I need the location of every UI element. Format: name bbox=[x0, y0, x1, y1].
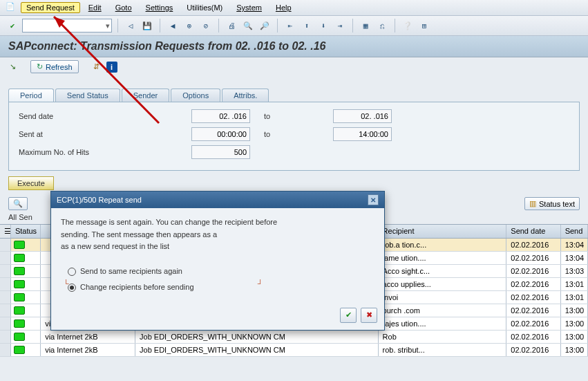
menu-utilities[interactable]: Utilities(M) bbox=[181, 2, 228, 13]
command-field[interactable]: ▾ bbox=[22, 19, 112, 32]
row-handle[interactable] bbox=[0, 291, 11, 304]
status-cell bbox=[11, 252, 41, 264]
col-recipient[interactable]: Recipient bbox=[379, 225, 507, 238]
tab-attribs[interactable]: Attribs. bbox=[222, 89, 269, 102]
exit-icon[interactable]: ⊗ bbox=[182, 19, 196, 32]
repeat-send-dialog: ECP(1)/500 Repeat send ✕ The message is … bbox=[50, 191, 385, 331]
prev-page-icon[interactable]: ⬆ bbox=[300, 19, 314, 32]
table-row[interactable]: via Internet 2kBJob EDI_ORDERS_WITH_UNKN… bbox=[0, 331, 588, 344]
new-session-icon[interactable]: ▦ bbox=[359, 19, 372, 32]
dialog-close-button[interactable]: ✕ bbox=[368, 194, 379, 205]
tab-options[interactable]: Options bbox=[171, 89, 220, 102]
sent-at-from[interactable]: 00:00:00 bbox=[191, 127, 250, 141]
radio-change-recipients[interactable]: Change recipients before sending bbox=[68, 281, 374, 294]
date-cell: 02.02.2016 bbox=[506, 239, 560, 251]
tab-send-status[interactable]: Send Status bbox=[55, 89, 120, 102]
date-cell: 02.02.2016 bbox=[506, 331, 560, 343]
title-cell: Job EDI_ORDERS_WITH_UNKNOWN CM bbox=[135, 344, 379, 356]
recipient-cell: invoi bbox=[379, 291, 507, 304]
status-green-icon bbox=[14, 280, 25, 288]
row-handle[interactable] bbox=[0, 344, 11, 356]
dialog-message-line1: The message is sent again. You can chang… bbox=[61, 216, 374, 229]
arrow-icon[interactable]: ↘ bbox=[7, 62, 18, 73]
dialog-title: ECP(1)/500 Repeat send bbox=[57, 196, 142, 204]
dialog-message-line2: sending. The sent message then appears a… bbox=[61, 229, 374, 241]
menu-settings[interactable]: Settings bbox=[140, 2, 179, 13]
refresh-icon: ↻ bbox=[37, 62, 43, 71]
status-green-icon bbox=[14, 333, 25, 341]
row-handle[interactable] bbox=[0, 331, 11, 343]
status-green-icon bbox=[14, 346, 25, 354]
page-title: SAPconnect: Transmission Requests from 0… bbox=[0, 36, 588, 57]
hierarchy-icon[interactable]: ⇵ bbox=[91, 62, 102, 73]
bar-chart-icon: ▥ bbox=[529, 199, 536, 208]
recipient-cell: rob. stribut... bbox=[379, 344, 507, 356]
cancel-icon[interactable]: ⊘ bbox=[199, 19, 213, 32]
enter-icon[interactable]: ✔ bbox=[6, 19, 19, 32]
date-cell: 02.02.2016 bbox=[506, 265, 560, 277]
last-page-icon[interactable]: ⇥ bbox=[333, 19, 347, 32]
row-handle[interactable] bbox=[0, 278, 11, 290]
detail-icon[interactable]: 🔍 bbox=[8, 197, 28, 210]
time-cell: 13:01 bbox=[561, 291, 588, 304]
table-row[interactable]: via Internet 2kBJob EDI_ORDERS_WITH_UNKN… bbox=[0, 344, 588, 357]
status-green-icon bbox=[14, 319, 25, 328]
execute-button[interactable]: Execute bbox=[8, 176, 54, 190]
title-cell: Job EDI_ORDERS_WITH_UNKNOWN CM bbox=[135, 331, 379, 343]
row-handle[interactable] bbox=[0, 265, 11, 277]
tab-sender[interactable]: Sender bbox=[122, 89, 169, 102]
layout-icon[interactable]: ⊞ bbox=[417, 19, 431, 32]
status-text-button[interactable]: ▥ Status text bbox=[524, 197, 580, 210]
row-handle[interactable] bbox=[0, 317, 11, 330]
information-icon[interactable]: i bbox=[106, 62, 117, 73]
status-cell bbox=[11, 331, 41, 343]
status-green-icon bbox=[14, 241, 25, 249]
dialog-confirm-button[interactable]: ✔ bbox=[340, 308, 357, 323]
select-all-handle[interactable]: ☰ bbox=[0, 225, 11, 238]
help-icon[interactable]: ❔ bbox=[401, 19, 415, 32]
menu-goto[interactable]: Goto bbox=[110, 2, 137, 13]
send-date-from[interactable]: 02. .016 bbox=[191, 109, 250, 123]
tab-period[interactable]: Period bbox=[8, 89, 54, 102]
recipient-cell: rob.a tion.c... bbox=[379, 239, 507, 251]
row-handle[interactable] bbox=[0, 252, 11, 264]
menu-help[interactable]: Help bbox=[270, 2, 297, 13]
radio-icon bbox=[68, 268, 76, 276]
print-icon[interactable]: 🖨 bbox=[225, 19, 238, 32]
dialog-cancel-button[interactable]: ✖ bbox=[361, 308, 377, 323]
menu-system[interactable]: System bbox=[231, 2, 267, 13]
find-next-icon[interactable]: 🔎 bbox=[258, 19, 272, 32]
status-cell bbox=[11, 291, 41, 304]
menu-edit[interactable]: Edit bbox=[83, 2, 107, 13]
col-status[interactable]: Status bbox=[11, 225, 41, 238]
menu-send-request[interactable]: Send Request bbox=[21, 2, 80, 13]
status-green-icon bbox=[14, 293, 25, 301]
back2-icon[interactable]: ◀ bbox=[166, 19, 180, 32]
row-handle[interactable] bbox=[0, 239, 11, 251]
menu-bar: 📄 Send Request Edit Goto Settings Utilit… bbox=[0, 0, 588, 16]
shortcut-icon[interactable]: ⎌ bbox=[375, 19, 389, 32]
next-page-icon[interactable]: ⬇ bbox=[316, 19, 330, 32]
time-cell: 13:00 bbox=[561, 317, 588, 330]
refresh-button[interactable]: ↻ Refresh bbox=[30, 60, 79, 73]
time-cell: 13:01 bbox=[561, 278, 588, 290]
sent-at-to[interactable]: 14:00:00 bbox=[333, 127, 392, 141]
max-hits-field[interactable]: 500 bbox=[191, 145, 250, 159]
save-icon[interactable]: 💾 bbox=[140, 19, 154, 32]
radio-same-recipients[interactable]: Send to same recipients again bbox=[68, 266, 374, 278]
find-icon[interactable]: 🔍 bbox=[241, 19, 255, 32]
col-send-date[interactable]: Send date bbox=[506, 225, 560, 238]
col-send-time[interactable]: Send bbox=[561, 225, 588, 238]
radio-change-label: Change recipients before sending bbox=[80, 281, 194, 294]
recipient-cell: Rob bbox=[379, 331, 507, 343]
date-cell: 02.02.2016 bbox=[506, 252, 560, 264]
status-cell bbox=[11, 317, 41, 330]
back-icon[interactable]: ◁ bbox=[124, 19, 137, 32]
first-page-icon[interactable]: ⇤ bbox=[283, 19, 297, 32]
recipient-cell: acco upplies... bbox=[379, 278, 507, 290]
status-cell bbox=[11, 239, 41, 251]
send-date-to[interactable]: 02. .016 bbox=[333, 109, 392, 123]
status-green-icon bbox=[14, 254, 25, 262]
row-handle[interactable] bbox=[0, 304, 11, 317]
recipient-cell: jame ution.... bbox=[379, 252, 507, 264]
